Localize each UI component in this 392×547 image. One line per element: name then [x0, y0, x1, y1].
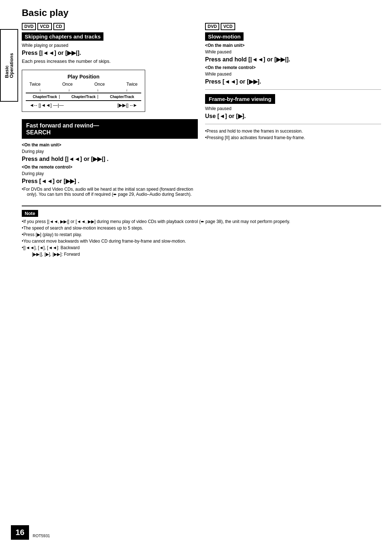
ff-during-play2: During play	[22, 171, 198, 176]
ff-header: Fast forward and rewind— SEARCH	[26, 122, 193, 136]
note-item-3: •You cannot move backwards with Video CD…	[22, 239, 381, 244]
ff-during-play: During play	[22, 149, 198, 154]
divider-2	[205, 124, 381, 124]
format-badges-left: DVD VCD CD	[22, 23, 198, 30]
play-position-title: Play Position	[26, 74, 141, 80]
pp-twice-left: Twice	[29, 82, 41, 87]
frame-press: Use [◄] or [▶].	[205, 113, 381, 119]
ff-section: Fast forward and rewind— SEARCH	[22, 119, 198, 139]
pp-nav-right: [▶▶|] --►	[117, 102, 138, 108]
skipping-desc: Each press increases the number of skips…	[22, 58, 198, 64]
two-col-layout: DVD VCD CD Skipping chapters and tracks …	[22, 23, 381, 198]
pp-nav-left: ◄-- [|◄◄] —|—	[29, 102, 64, 108]
ff-bullet: •For DVDs and Video CDs, audio will be h…	[22, 187, 198, 197]
pp-down-arrows: ↓↓↓↓	[26, 88, 141, 92]
badge-vcd-right: VCD	[221, 23, 235, 30]
sidebar-label: Basic Operations	[0, 29, 18, 102]
format-badges-right: DVD VCD	[205, 23, 381, 30]
ff-press1: Press and hold [|◄◄] or [▶▶|] .	[22, 155, 198, 162]
pp-track1: Chapter/Track	[30, 95, 60, 99]
ff-main-unit: <On the main unit>	[22, 142, 198, 147]
page-title: Basic play	[22, 7, 381, 19]
frame-while-paused: While paused	[205, 106, 381, 111]
note-item-5: [▶▶|], [▶], [▶▶]: Forward	[22, 252, 381, 257]
skipping-note: While playing or paused	[22, 43, 198, 48]
note-item-1: •The speed of search and slow-motion inc…	[22, 226, 381, 231]
frame-header: Frame-by-frame viewing	[205, 94, 275, 104]
sidebar-text-line2: Operations	[9, 53, 14, 78]
sm-main-unit: <On the main unit>	[205, 43, 381, 48]
slow-motion-header: Slow-motion	[205, 32, 244, 41]
pp-track3: Chapter/Track	[108, 95, 136, 99]
note-item-2: •Press [▶] (play) to restart play.	[22, 232, 381, 237]
note-section: Note •If you press [|◄◄, ▶▶|] or [◄◄, ▶▶…	[22, 206, 381, 257]
right-column: DVD VCD Slow-motion <On the main unit> W…	[205, 23, 381, 198]
pp-track2: Chapter/Track	[69, 95, 98, 99]
page: Basic Operations Basic play DVD VCD CD S…	[0, 0, 392, 547]
badge-dvd-right: DVD	[205, 23, 219, 30]
pp-once-right: Once	[94, 82, 105, 87]
ff-remote: <On the remote control>	[22, 165, 198, 170]
model-number: ROT5931	[33, 534, 50, 538]
skipping-header: Skipping chapters and tracks	[22, 32, 103, 41]
skipping-press: Press [|◄◄] or [▶▶|].	[22, 49, 198, 56]
play-position-box: Play Position Twice Once Once Twice ↓↓↓↓…	[22, 70, 145, 112]
badge-vcd: VCD	[37, 23, 52, 30]
pp-twice-right: Twice	[126, 82, 138, 87]
note-item-0: •If you press [|◄◄, ▶▶|] or [◄◄, ▶▶] dur…	[22, 219, 381, 224]
divider-1	[205, 89, 381, 90]
pp-nav-arrows: ◄-- [|◄◄] —|— [▶▶|] --►	[26, 102, 141, 108]
frame-bullet-2: •Pressing [II] also activates forward fr…	[205, 135, 381, 140]
play-position-labels: Twice Once Once Twice	[26, 82, 141, 87]
sm-press2: Press [◄◄] or [▶▶].	[205, 78, 381, 85]
sm-while-paused2: While paused	[205, 72, 381, 77]
left-column: DVD VCD CD Skipping chapters and tracks …	[22, 23, 198, 198]
note-item-4: •[|◄◄], [◄], [◄◄]: Backward	[22, 245, 381, 250]
page-number: 16	[11, 525, 29, 540]
note-badge: Note	[22, 210, 38, 217]
pp-track-bar: Chapter/Track Chapter/Track Chapter/Trac…	[26, 93, 141, 101]
ff-press2: Press [◄◄] or [▶▶] .	[22, 178, 198, 185]
pp-once-left: Once	[62, 82, 73, 87]
sm-while-paused: While paused	[205, 49, 381, 54]
frame-bullet-1: •Press and hold to move the frames in su…	[205, 129, 381, 134]
badge-dvd: DVD	[22, 23, 36, 30]
sm-remote: <On the remote control>	[205, 65, 381, 70]
sm-press1: Press and hold [|◄◄] or [▶▶|].	[205, 56, 381, 63]
badge-cd: CD	[53, 23, 65, 30]
